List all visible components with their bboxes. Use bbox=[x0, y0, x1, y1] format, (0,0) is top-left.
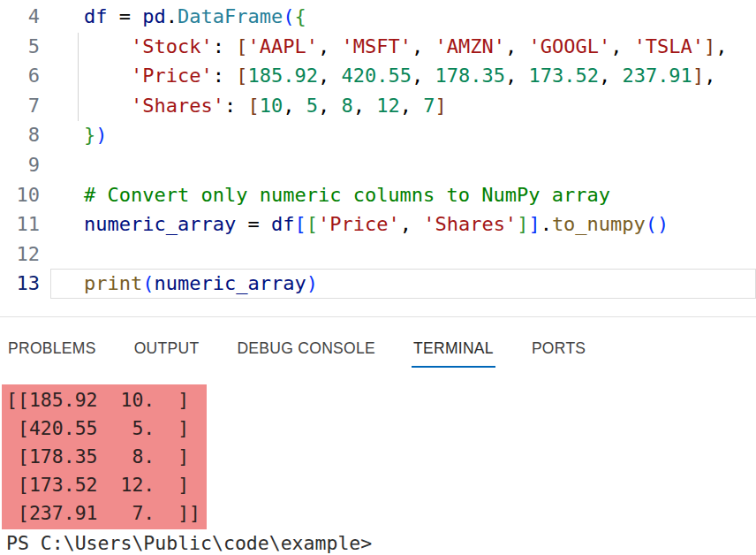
code-text: 'Price': [185.92, 420.55, 178.35, 173.52… bbox=[40, 61, 756, 91]
code-text bbox=[40, 239, 756, 270]
code-text: 'Stock': ['AAPL', 'MSFT', 'AMZN', 'GOOGL… bbox=[40, 32, 756, 62]
code-line[interactable]: 12 bbox=[0, 239, 756, 270]
code-text: df = pd.DataFrame({ bbox=[40, 2, 756, 32]
panel-tab-output[interactable]: OUTPUT bbox=[134, 339, 200, 358]
code-line[interactable]: 11numeric_array = df[['Price', 'Shares']… bbox=[0, 209, 756, 239]
code-line[interactable]: 8}) bbox=[0, 120, 756, 150]
code-text: }) bbox=[40, 120, 756, 150]
terminal-prompt[interactable]: PS C:\Users\Public\code\example> bbox=[0, 530, 756, 555]
line-number[interactable]: 4 bbox=[0, 2, 40, 32]
code-editor[interactable]: 4df = pd.DataFrame({5 'Stock': ['AAPL', … bbox=[0, 0, 756, 317]
code-text: print(numeric_array) bbox=[40, 269, 756, 299]
line-number[interactable]: 13 bbox=[0, 269, 40, 299]
line-number[interactable]: 10 bbox=[0, 180, 40, 210]
line-number[interactable]: 8 bbox=[0, 120, 40, 150]
line-number[interactable]: 9 bbox=[0, 150, 40, 180]
line-number[interactable]: 7 bbox=[0, 91, 40, 121]
bottom-panel: PROBLEMSOUTPUTDEBUG CONSOLETERMINALPORTS… bbox=[0, 317, 756, 555]
line-number[interactable]: 12 bbox=[0, 239, 40, 270]
line-number[interactable]: 5 bbox=[0, 32, 40, 62]
code-text: 'Shares': [10, 5, 8, 12, 7] bbox=[40, 91, 756, 121]
panel-tab-terminal[interactable]: TERMINAL bbox=[413, 339, 494, 358]
code-line[interactable]: 6 'Price': [185.92, 420.55, 178.35, 173.… bbox=[0, 61, 756, 91]
panel-tab-debug-console[interactable]: DEBUG CONSOLE bbox=[237, 339, 375, 358]
line-number[interactable]: 6 bbox=[0, 61, 40, 91]
panel-tab-ports[interactable]: PORTS bbox=[532, 339, 586, 358]
code-lines: 4df = pd.DataFrame({5 'Stock': ['AAPL', … bbox=[0, 2, 756, 299]
panel-tab-bar: PROBLEMSOUTPUTDEBUG CONSOLETERMINALPORTS bbox=[0, 317, 756, 379]
code-text: # Convert only numeric columns to NumPy … bbox=[40, 180, 756, 210]
terminal-output-highlight[interactable]: [[185.92 10. ] [420.55 5. ] [178.35 8. ]… bbox=[2, 384, 207, 529]
code-line[interactable]: 9 bbox=[0, 150, 756, 180]
code-line[interactable]: 4df = pd.DataFrame({ bbox=[0, 2, 756, 32]
terminal[interactable]: [[185.92 10. ] [420.55 5. ] [178.35 8. ]… bbox=[0, 379, 756, 555]
panel-tab-problems[interactable]: PROBLEMS bbox=[8, 339, 96, 358]
code-text bbox=[40, 150, 756, 180]
line-number[interactable]: 11 bbox=[0, 209, 40, 239]
code-line[interactable]: 7 'Shares': [10, 5, 8, 12, 7] bbox=[0, 91, 756, 121]
code-line[interactable]: 13print(numeric_array) bbox=[0, 269, 756, 299]
code-line[interactable]: 5 'Stock': ['AAPL', 'MSFT', 'AMZN', 'GOO… bbox=[0, 32, 756, 62]
code-line[interactable]: 10# Convert only numeric columns to NumP… bbox=[0, 180, 756, 210]
code-text: numeric_array = df[['Price', 'Shares']].… bbox=[40, 209, 756, 239]
